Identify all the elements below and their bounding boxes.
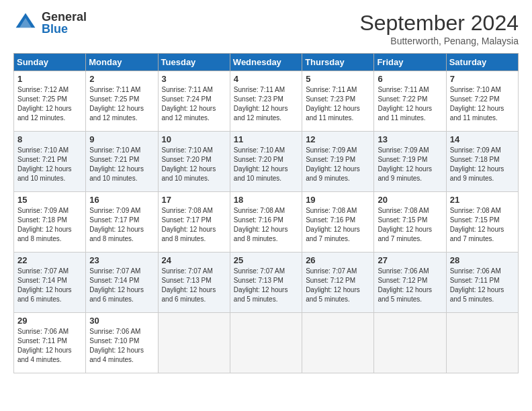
calendar-cell <box>230 313 302 373</box>
day-number: 14 <box>450 134 515 144</box>
logo-blue: Blue <box>42 23 87 35</box>
calendar-cell: 1Sunrise: 7:12 AMSunset: 7:25 PMDaylight… <box>14 71 86 132</box>
calendar-cell: 16Sunrise: 7:09 AMSunset: 7:17 PMDayligh… <box>86 192 158 253</box>
calendar-week-row: 22Sunrise: 7:07 AMSunset: 7:14 PMDayligh… <box>14 253 519 313</box>
day-number: 21 <box>450 195 515 205</box>
day-info: Sunrise: 7:08 AMSunset: 7:15 PMDaylight:… <box>450 206 515 244</box>
calendar-cell: 12Sunrise: 7:09 AMSunset: 7:19 PMDayligh… <box>302 132 374 192</box>
logo: General Blue <box>13 11 87 35</box>
calendar-cell <box>374 313 446 373</box>
weekday-header: Tuesday <box>158 54 230 71</box>
calendar-cell: 8Sunrise: 7:10 AMSunset: 7:21 PMDaylight… <box>14 132 86 192</box>
day-info: Sunrise: 7:09 AMSunset: 7:17 PMDaylight:… <box>89 206 154 244</box>
weekday-header: Monday <box>86 54 158 71</box>
calendar-cell: 10Sunrise: 7:10 AMSunset: 7:20 PMDayligh… <box>158 132 230 192</box>
calendar-cell: 23Sunrise: 7:07 AMSunset: 7:14 PMDayligh… <box>86 253 158 313</box>
day-number: 12 <box>306 134 370 144</box>
day-number: 1 <box>17 74 82 84</box>
day-info: Sunrise: 7:07 AMSunset: 7:13 PMDaylight:… <box>162 267 226 304</box>
day-info: Sunrise: 7:10 AMSunset: 7:20 PMDaylight:… <box>162 146 226 183</box>
day-number: 18 <box>234 195 298 205</box>
calendar-cell: 29Sunrise: 7:06 AMSunset: 7:11 PMDayligh… <box>14 313 86 373</box>
day-number: 6 <box>378 74 442 84</box>
day-number: 24 <box>162 255 226 265</box>
weekday-header: Friday <box>374 54 446 71</box>
day-info: Sunrise: 7:11 AMSunset: 7:25 PMDaylight:… <box>89 85 154 123</box>
calendar-cell: 18Sunrise: 7:08 AMSunset: 7:16 PMDayligh… <box>230 192 302 253</box>
calendar: SundayMondayTuesdayWednesdayThursdayFrid… <box>13 53 519 373</box>
day-info: Sunrise: 7:09 AMSunset: 7:19 PMDaylight:… <box>378 146 442 183</box>
day-info: Sunrise: 7:07 AMSunset: 7:12 PMDaylight:… <box>306 267 370 304</box>
calendar-cell: 19Sunrise: 7:08 AMSunset: 7:16 PMDayligh… <box>302 192 374 253</box>
calendar-cell: 11Sunrise: 7:10 AMSunset: 7:20 PMDayligh… <box>230 132 302 192</box>
day-number: 28 <box>450 255 515 265</box>
month-title: September 2024 <box>359 11 519 36</box>
day-info: Sunrise: 7:06 AMSunset: 7:10 PMDaylight:… <box>89 327 154 365</box>
weekday-header-row: SundayMondayTuesdayWednesdayThursdayFrid… <box>14 54 519 71</box>
calendar-cell: 28Sunrise: 7:06 AMSunset: 7:11 PMDayligh… <box>446 253 518 313</box>
day-number: 22 <box>17 255 82 265</box>
day-info: Sunrise: 7:11 AMSunset: 7:23 PMDaylight:… <box>306 85 370 123</box>
day-number: 2 <box>89 74 154 84</box>
calendar-cell: 25Sunrise: 7:07 AMSunset: 7:13 PMDayligh… <box>230 253 302 313</box>
calendar-cell <box>446 313 518 373</box>
day-number: 23 <box>89 255 154 265</box>
day-info: Sunrise: 7:07 AMSunset: 7:14 PMDaylight:… <box>89 267 154 304</box>
calendar-cell: 3Sunrise: 7:11 AMSunset: 7:24 PMDaylight… <box>158 71 230 132</box>
calendar-week-row: 1Sunrise: 7:12 AMSunset: 7:25 PMDaylight… <box>14 71 519 132</box>
calendar-cell <box>302 313 374 373</box>
day-number: 8 <box>17 134 82 144</box>
day-info: Sunrise: 7:12 AMSunset: 7:25 PMDaylight:… <box>17 85 82 123</box>
calendar-cell: 4Sunrise: 7:11 AMSunset: 7:23 PMDaylight… <box>230 71 302 132</box>
day-number: 15 <box>17 195 82 205</box>
day-number: 9 <box>89 134 154 144</box>
day-info: Sunrise: 7:10 AMSunset: 7:21 PMDaylight:… <box>89 146 154 183</box>
day-number: 5 <box>306 74 370 84</box>
day-number: 17 <box>162 195 226 205</box>
day-number: 20 <box>378 195 442 205</box>
day-number: 11 <box>234 134 298 144</box>
day-info: Sunrise: 7:08 AMSunset: 7:16 PMDaylight:… <box>234 206 298 244</box>
calendar-cell: 2Sunrise: 7:11 AMSunset: 7:25 PMDaylight… <box>86 71 158 132</box>
day-number: 10 <box>162 134 226 144</box>
day-number: 29 <box>17 316 82 326</box>
calendar-week-row: 8Sunrise: 7:10 AMSunset: 7:21 PMDaylight… <box>14 132 519 192</box>
day-number: 7 <box>450 74 515 84</box>
day-info: Sunrise: 7:09 AMSunset: 7:19 PMDaylight:… <box>306 146 370 183</box>
day-info: Sunrise: 7:11 AMSunset: 7:24 PMDaylight:… <box>162 85 226 123</box>
calendar-cell: 14Sunrise: 7:09 AMSunset: 7:18 PMDayligh… <box>446 132 518 192</box>
day-number: 13 <box>378 134 442 144</box>
calendar-cell: 7Sunrise: 7:10 AMSunset: 7:22 PMDaylight… <box>446 71 518 132</box>
weekday-header: Saturday <box>446 54 518 71</box>
page-header: General Blue September 2024 Butterworth,… <box>13 11 519 46</box>
calendar-cell: 21Sunrise: 7:08 AMSunset: 7:15 PMDayligh… <box>446 192 518 253</box>
day-number: 19 <box>306 195 370 205</box>
day-info: Sunrise: 7:07 AMSunset: 7:14 PMDaylight:… <box>17 267 82 304</box>
calendar-cell: 30Sunrise: 7:06 AMSunset: 7:10 PMDayligh… <box>86 313 158 373</box>
day-number: 4 <box>234 74 298 84</box>
day-number: 16 <box>89 195 154 205</box>
day-info: Sunrise: 7:10 AMSunset: 7:21 PMDaylight:… <box>17 146 82 183</box>
logo-text: General Blue <box>42 11 87 35</box>
calendar-cell: 5Sunrise: 7:11 AMSunset: 7:23 PMDaylight… <box>302 71 374 132</box>
calendar-cell <box>158 313 230 373</box>
calendar-week-row: 15Sunrise: 7:09 AMSunset: 7:18 PMDayligh… <box>14 192 519 253</box>
calendar-cell: 6Sunrise: 7:11 AMSunset: 7:22 PMDaylight… <box>374 71 446 132</box>
calendar-cell: 24Sunrise: 7:07 AMSunset: 7:13 PMDayligh… <box>158 253 230 313</box>
day-info: Sunrise: 7:08 AMSunset: 7:17 PMDaylight:… <box>162 206 226 244</box>
day-number: 30 <box>89 316 154 326</box>
day-info: Sunrise: 7:08 AMSunset: 7:15 PMDaylight:… <box>378 206 442 244</box>
calendar-cell: 26Sunrise: 7:07 AMSunset: 7:12 PMDayligh… <box>302 253 374 313</box>
day-info: Sunrise: 7:06 AMSunset: 7:12 PMDaylight:… <box>378 267 442 304</box>
weekday-header: Wednesday <box>230 54 302 71</box>
day-number: 25 <box>234 255 298 265</box>
calendar-cell: 9Sunrise: 7:10 AMSunset: 7:21 PMDaylight… <box>86 132 158 192</box>
day-number: 27 <box>378 255 442 265</box>
location: Butterworth, Penang, Malaysia <box>359 36 519 46</box>
day-info: Sunrise: 7:06 AMSunset: 7:11 PMDaylight:… <box>450 267 515 304</box>
logo-icon <box>13 11 38 35</box>
title-area: September 2024 Butterworth, Penang, Mala… <box>359 11 519 46</box>
day-info: Sunrise: 7:08 AMSunset: 7:16 PMDaylight:… <box>306 206 370 244</box>
weekday-header: Thursday <box>302 54 374 71</box>
calendar-cell: 17Sunrise: 7:08 AMSunset: 7:17 PMDayligh… <box>158 192 230 253</box>
